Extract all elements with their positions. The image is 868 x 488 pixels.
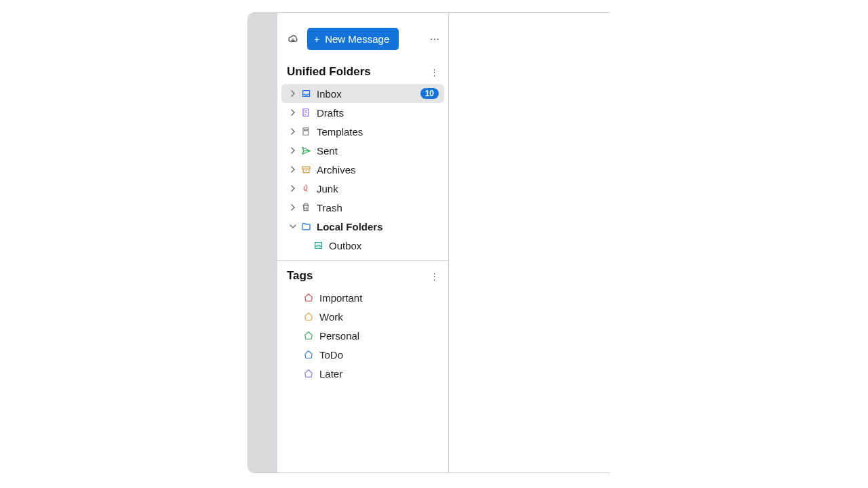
sent-icon <box>300 145 311 156</box>
chevron-right-icon[interactable] <box>288 127 298 136</box>
tag-label: Important <box>319 292 439 304</box>
chevron-right-icon[interactable] <box>288 89 298 98</box>
folder-list: Inbox 10 Drafts Templates <box>277 81 448 258</box>
unread-badge: 10 <box>420 88 439 99</box>
folder-sent[interactable]: Sent <box>281 141 444 160</box>
more-actions-button[interactable]: ⋯ <box>430 34 440 45</box>
folder-label: Outbox <box>329 240 439 251</box>
folders-options-button[interactable]: ⋮ <box>430 68 439 77</box>
folder-label: Sent <box>317 145 439 157</box>
chevron-right-icon[interactable] <box>288 108 298 117</box>
svg-rect-3 <box>302 167 309 169</box>
inbox-icon <box>300 88 311 99</box>
tag-icon <box>303 368 314 379</box>
folder-templates[interactable]: Templates <box>281 122 444 141</box>
divider <box>277 260 448 261</box>
content-area <box>449 13 610 472</box>
folder-label: Drafts <box>317 107 439 119</box>
svg-rect-2 <box>304 129 308 131</box>
folder-pane: + New Message ⋯ Unified Folders ⋮ Inbox … <box>277 13 449 472</box>
chevron-right-icon[interactable] <box>288 165 298 174</box>
tag-icon <box>303 349 314 360</box>
folder-label: Junk <box>317 183 439 195</box>
outbox-icon <box>313 240 323 251</box>
spaces-toolbar <box>248 13 277 472</box>
drafts-icon <box>300 107 311 118</box>
folder-label: Templates <box>317 126 439 138</box>
folder-trash[interactable]: Trash <box>281 198 444 217</box>
chevron-right-icon[interactable] <box>288 184 298 193</box>
tag-important[interactable]: Important <box>281 288 444 307</box>
new-message-button[interactable]: + New Message <box>307 28 399 50</box>
archives-icon <box>300 164 311 175</box>
trash-icon <box>300 202 311 213</box>
tag-icon <box>303 311 314 322</box>
folder-local-folders[interactable]: Local Folders <box>281 217 444 236</box>
templates-icon <box>300 126 311 137</box>
tag-work[interactable]: Work <box>281 307 444 326</box>
folder-inbox[interactable]: Inbox 10 <box>281 84 444 103</box>
tags-options-button[interactable]: ⋮ <box>430 272 439 281</box>
folder-junk[interactable]: Junk <box>281 179 444 198</box>
folder-icon <box>300 221 311 232</box>
tags-header: Tags ⋮ <box>277 268 448 285</box>
tag-later[interactable]: Later <box>281 364 444 383</box>
tags-title: Tags <box>287 269 313 283</box>
tag-label: Later <box>319 368 439 380</box>
folder-label: Local Folders <box>317 221 439 232</box>
spacer <box>300 241 310 250</box>
tag-icon <box>303 292 314 303</box>
tag-label: Work <box>319 311 439 323</box>
plus-icon: + <box>314 35 319 44</box>
folder-toolbar: + New Message ⋯ <box>277 28 448 60</box>
folder-label: Archives <box>317 164 439 176</box>
chevron-right-icon[interactable] <box>288 203 298 212</box>
tag-todo[interactable]: ToDo <box>281 345 444 364</box>
chevron-right-icon[interactable] <box>288 146 298 155</box>
tag-personal[interactable]: Personal <box>281 326 444 345</box>
get-messages-icon[interactable] <box>287 33 299 45</box>
tag-label: ToDo <box>319 349 439 361</box>
tag-icon <box>303 330 314 341</box>
folder-label: Inbox <box>317 88 420 100</box>
folders-title: Unified Folders <box>287 65 371 79</box>
app-frame: + New Message ⋯ Unified Folders ⋮ Inbox … <box>248 12 610 473</box>
folders-header: Unified Folders ⋮ <box>277 64 448 81</box>
new-message-label: New Message <box>325 33 389 45</box>
folder-archives[interactable]: Archives <box>281 160 444 179</box>
folder-outbox[interactable]: Outbox <box>281 236 444 255</box>
folder-label: Trash <box>317 202 439 214</box>
tag-label: Personal <box>319 330 439 342</box>
junk-icon <box>300 183 311 194</box>
chevron-down-icon[interactable] <box>288 222 298 231</box>
tag-list: Important Work Personal ToDo <box>277 285 448 386</box>
folder-drafts[interactable]: Drafts <box>281 103 444 122</box>
